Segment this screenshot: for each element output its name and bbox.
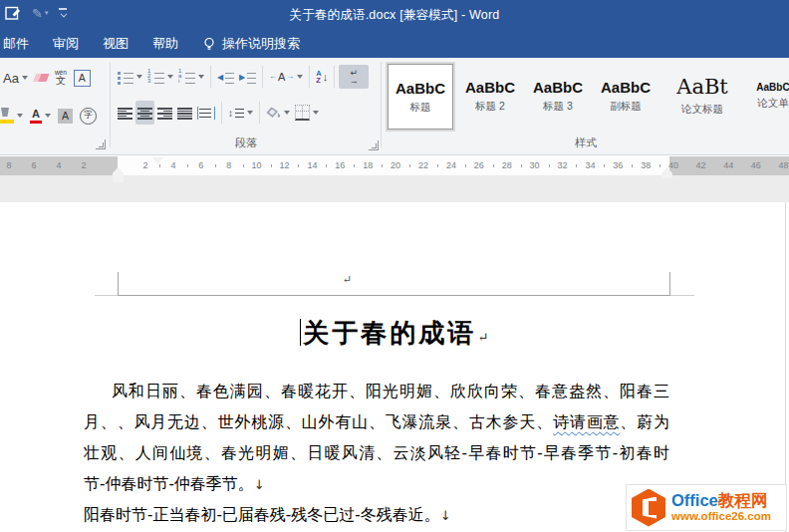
body-line-3[interactable]: 壮观、人间仙境、春光明媚、日暖风清、云淡风轻-早春时节-早春季节-初春时 [84,443,669,463]
text-boundary-line [118,295,670,296]
align-center-icon [137,107,152,119]
tab-mailings[interactable]: 邮件 [0,30,41,58]
ruler-number: 36 [613,160,623,170]
ruler-tick [159,164,160,167]
ruler-tick [271,164,272,167]
tab-view[interactable]: 视图 [91,30,140,58]
align-left-button[interactable] [116,101,134,125]
style-card-heading2[interactable]: AaBbC 标题 2 [458,64,522,128]
phonetic-guide-icon: wén 文 [55,70,67,87]
multilevel-list-button[interactable]: 1ai [176,65,206,89]
align-right-button[interactable] [155,101,174,125]
font-dialog-launcher[interactable] [96,139,106,149]
bullets-button[interactable] [116,65,144,89]
document-page[interactable]: ↵ 关于春的成语↵ 风和日丽、春色满园、春暖花开、阳光明媚、欣欣向荣、春意盎然、… [0,202,789,532]
style-card-paper-unit[interactable]: AaBbC 论文单 [747,64,789,128]
font-group: Aa wén 文 A [0,58,110,153]
character-shading-button[interactable]: A [56,104,75,128]
ruler-number: 40 [668,160,678,170]
quick-access-toolbar: ✎ ▾ [4,4,68,22]
separator [221,102,222,124]
margin-corner-mark [669,272,670,296]
watermark-brand: Office教程网 [671,491,771,510]
line-spacing-icon: ↕ [228,108,244,119]
enclose-characters-icon: 字 [80,108,97,125]
clear-formatting-button[interactable] [33,66,50,90]
shading-button[interactable] [264,101,292,125]
style-card-heading3[interactable]: AaBbC 标题 3 [526,64,590,128]
paragraph-dialog-launcher[interactable] [369,140,379,150]
numbering-button[interactable]: 123 [145,65,175,89]
save-document-icon[interactable] [4,4,22,22]
customize-quick-access-icon[interactable] [58,8,68,18]
font-color-button[interactable]: A [28,104,53,128]
align-center-button[interactable] [135,101,154,125]
justify-button[interactable] [175,101,194,125]
style-card-subtitle[interactable]: AaBbC 副标题 [594,64,658,128]
ruler-number: 26 [474,160,484,170]
style-card-paper-title[interactable]: AaBt 论文标题 [661,64,743,128]
character-border-button[interactable]: A [72,66,93,90]
align-left-icon [118,107,132,119]
ruler-number: 38 [641,160,651,170]
ruler-number: 8 [6,160,11,170]
phonetic-guide-button[interactable]: wén 文 [53,66,69,90]
ruler-tick [493,164,494,167]
ruler-tick [521,164,522,167]
numbering-icon: 123 [147,71,164,84]
borders-button[interactable] [293,101,321,125]
body-line-4[interactable]: 节-仲春时节-仲春季节。↓ [84,474,669,495]
body-line-1[interactable]: 风和日丽、春色满园、春暖花开、阳光明媚、欣欣向荣、春意盎然、阳春三 [84,382,669,401]
tell-me-search[interactable]: 操作说明搜索 [202,35,300,53]
bullets-icon [118,71,133,84]
paragraph-group-label: 段落 [112,135,381,150]
ruler-number: 32 [557,160,567,170]
distribute-button[interactable] [195,101,217,125]
decrease-indent-button[interactable]: ◀ [215,65,236,89]
spellcheck-wavy-underline: 诗请画意 [553,412,620,431]
change-case-button[interactable]: Aa [1,66,30,90]
ruler-number: 4 [170,160,175,170]
ruler-tick [576,164,577,167]
ruler-number: 42 [696,160,706,170]
tab-review[interactable]: 审阅 [41,30,91,58]
ruler-number: 44 [723,160,733,170]
ruler-tick [215,164,216,167]
word-window: 关于春的成语.docx [兼容模式] - Word ✎ ▾ 邮件 审阅 视图 帮… [0,0,789,532]
decrease-indent-icon: ◀ [217,71,234,84]
style-card-heading1[interactable]: AaBbC 标题 [388,64,453,130]
tab-help[interactable]: 帮助 [140,30,190,58]
chevron-down-icon [167,75,173,79]
ruler-tick [604,164,605,167]
align-right-icon [157,107,172,119]
enclose-characters-button[interactable]: 字 [78,104,99,128]
show-hide-marks-button[interactable]: ↵ → [339,65,369,89]
ruler-number: 16 [335,160,345,170]
ribbon-tab-row: 邮件 审阅 视图 帮助 操作说明搜索 [0,30,789,58]
chevron-down-icon [297,75,303,79]
styles-group: AaBbC 标题 AaBbC 标题 2 AaBbC 标题 3 AaBbC 副标题… [383,58,789,153]
multilevel-list-icon: 1ai [178,71,195,84]
increase-indent-button[interactable]: ▶ [237,65,258,89]
ruler-tick [382,164,383,167]
chevron-down-icon [247,111,253,115]
tell-me-label: 操作说明搜索 [222,35,300,53]
eraser-icon [33,74,49,82]
chevron-down-icon [22,76,28,80]
ruler-number: 30 [530,160,540,170]
sort-button[interactable]: AZ ↓ [314,65,330,89]
body-line-5[interactable]: 阳春时节-正当春初-已届春残-残冬已过-冬残春近。↓ [84,505,669,526]
ruler-number: 14 [307,160,317,170]
undo-typing-icon[interactable]: ✎ ▾ [32,6,48,21]
paragraph-mark: ↵ [477,330,488,345]
ruler-tick [298,164,299,167]
window-title: 关于春的成语.docx [兼容模式] - Word [0,0,789,30]
asian-layout-button[interactable]: ←A→ [267,65,305,89]
line-spacing-button[interactable]: ↕ [226,101,255,125]
text-highlight-button[interactable] [0,104,25,128]
body-line-2[interactable]: 月、、风月无边、世外桃源、山外有山、飞瀑流泉、古木参天、诗请画意、蔚为 [84,412,669,432]
ruler-number: 12 [279,160,289,170]
chevron-down-icon [17,114,23,118]
document-title[interactable]: 关于春的成语↵ [118,316,670,351]
styles-group-label: 样式 [383,135,789,150]
